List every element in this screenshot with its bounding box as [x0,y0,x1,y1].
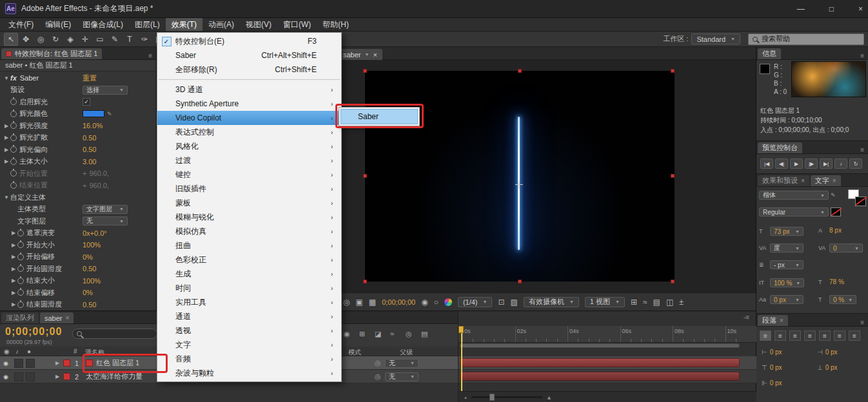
close-icon[interactable]: × [66,314,70,321]
effects-menu-item[interactable]: 模糊与锐化› [157,210,341,224]
indent-right-field[interactable]: ⊣0 px [817,349,838,356]
effect-property-row[interactable]: ▶主体大小3.00 [0,156,156,168]
first-frame-button[interactable]: |◀ [760,158,773,169]
menubar-item[interactable]: 视图(V) [240,18,277,31]
expand-icon[interactable]: ▶ [10,254,17,260]
stopwatch-icon[interactable] [10,182,17,189]
panel-menu-icon[interactable]: ≡ [856,319,868,326]
effect-property-row[interactable]: 开始位置+960.0, [0,168,156,180]
reset-link[interactable]: 重置 [83,73,97,83]
effect-property-row[interactable]: ▶开始圆滑度0.50 [0,263,156,275]
frame-blending-icon[interactable]: ≈ [390,330,394,338]
effect-property-row[interactable]: ▶结束大小100% [0,275,156,287]
stroke-color-swatch[interactable] [855,196,866,206]
snapshot-icon[interactable]: ◉ [421,298,428,307]
layer-lock-cell[interactable] [26,370,35,383]
help-search-input[interactable]: 搜索帮助 [748,34,864,45]
trkmat-dropdown[interactable]: 无▼ [385,370,419,383]
effects-menu-item[interactable]: 实用工具› [157,295,341,309]
zoom-out-icon[interactable]: ▲ [464,396,468,399]
unified-camera-tool[interactable]: ◈ [63,33,77,46]
expand-icon[interactable]: ▶ [10,230,17,236]
effect-property-row[interactable]: 辉光颜色✎ [0,108,156,120]
layer-audio-cell[interactable] [14,370,23,383]
current-time-indicator[interactable] [461,326,462,391]
effects-menu-item[interactable]: Synthetic Aperture› [157,97,341,111]
property-value[interactable]: 0.50 [83,146,96,153]
transparency-grid-icon[interactable]: ▨ [511,298,518,307]
property-dropdown[interactable]: 文字图层▼ [83,205,128,214]
expand-icon[interactable]: ▶ [3,158,10,164]
zoom-in-icon[interactable]: ▲ [546,394,552,401]
selection-tool[interactable]: ↖ [4,33,18,46]
brush-tool[interactable]: ✑ [137,33,152,46]
view-layout-dropdown[interactable]: 1 视图▼ [585,297,625,307]
expand-icon[interactable]: ▶ [10,266,17,272]
close-icon[interactable]: × [373,51,377,59]
last-frame-button[interactable]: ▶| [820,158,833,169]
selection-handle[interactable] [671,280,675,283]
effects-menu-item[interactable]: 透视› [157,323,341,338]
chevron-down-icon[interactable]: ▼ [365,52,370,57]
horizontal-scale-value[interactable]: 78 % [829,278,844,285]
expand-icon[interactable]: ▶ [10,278,17,283]
draft-3d-icon[interactable]: ⊞ [359,330,365,338]
show-channels-icon[interactable] [444,298,452,306]
time-ruler[interactable]: 0s02s04s06s08s10s [459,326,756,343]
stopwatch-icon[interactable] [17,242,24,248]
show-snapshot-icon[interactable]: ○ [434,298,439,307]
menubar-item[interactable]: 图层(L) [129,18,166,31]
layer-search-input[interactable] [72,329,157,339]
font-family-dropdown[interactable]: 楷体▼ [759,191,829,200]
close-icon[interactable]: × [780,317,784,324]
property-value[interactable]: 100% [83,277,101,285]
selection-handle[interactable] [518,280,522,283]
effects-menu-item[interactable]: Video Copilot› [157,111,341,125]
menubar-item[interactable]: 图像合成(L) [77,18,129,31]
panel-menu-icon[interactable]: ≡ [856,52,868,59]
effects-menu-item[interactable]: SaberCtrl+Alt+Shift+E [157,48,341,62]
expand-icon[interactable]: ▶ [3,135,10,140]
collapse-icon[interactable]: ▼ [3,75,10,81]
property-value[interactable]: 0% [83,253,93,261]
menubar-item[interactable]: 文件(F) [3,18,39,31]
paragraph-tab[interactable]: 段落 × [758,315,788,326]
resolution-dropdown[interactable]: (1/4)▼ [458,297,493,307]
menubar-item[interactable]: 效果(T) [166,18,202,31]
preview-tab[interactable]: 预览控制台 [758,142,802,153]
effect-property-row[interactable]: ▶结束圆滑度0.50 [0,299,156,311]
collapse-icon[interactable]: ▼ [3,195,10,200]
effect-property-row[interactable]: 启用辉光✓ [0,96,156,108]
workspace-dropdown[interactable]: Standard ▼ [691,34,740,44]
current-time-indicator-handle[interactable] [459,326,464,333]
expand-icon[interactable]: ▶ [3,147,10,153]
anchor-point[interactable] [515,181,523,189]
indent-left-field[interactable]: ⊢0 px [762,349,782,356]
justify-last-center-button[interactable]: ≡ [819,330,831,341]
minimize-button[interactable]: — [797,5,805,14]
font-style-dropdown[interactable]: Regular▼ [759,207,829,216]
timeline-tab-saber[interactable]: saber× [40,312,74,323]
effects-menu-item[interactable]: 旧版插件› [157,182,341,196]
property-value[interactable]: 0.50 [83,301,96,309]
next-frame-button[interactable]: |▶ [805,158,818,169]
hide-shy-layers-icon[interactable]: ◪ [375,330,381,338]
space-after-field[interactable]: ⊥0 px [817,364,838,371]
selection-handle[interactable] [363,174,367,178]
stopwatch-icon[interactable] [10,158,17,165]
effects-menu-item[interactable]: 3D 通道› [157,82,341,97]
expand-icon[interactable]: ▶ [10,302,17,307]
selection-handle[interactable] [518,69,522,73]
expand-icon[interactable]: ▶ [3,123,10,129]
property-checkbox[interactable]: ✓ [83,98,90,106]
effect-property-row[interactable]: ▶辉光扩散0.50 [0,132,156,144]
menubar-item[interactable]: 帮助(H) [317,18,355,31]
safe-areas-icon[interactable]: ▣ [355,298,362,307]
effects-menu-item[interactable]: 表达式控制› [157,125,341,139]
timeline-tab-渲染队列[interactable]: 渲染队列 [1,312,39,323]
property-value[interactable]: 100% [83,241,101,249]
color-swatch[interactable] [83,110,104,117]
grid-toggle-icon[interactable]: ▦ [369,298,376,307]
info-tab[interactable]: 信息 [758,48,781,59]
tsume-dropdown[interactable]: 0 %▼ [829,295,856,304]
